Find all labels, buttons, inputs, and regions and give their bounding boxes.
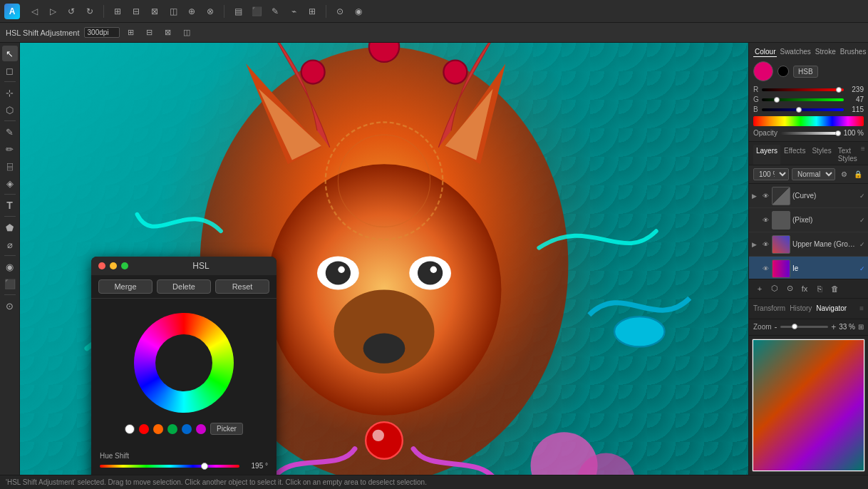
window-maximize-dot[interactable] [121, 262, 128, 269]
tool-brush[interactable]: ⌸ [2, 158, 18, 174]
tool-zoom[interactable]: ⌀ [2, 237, 18, 252]
toolbar-btn-6[interactable]: ⊗ [202, 3, 219, 20]
layer-add-btn[interactable]: + [753, 282, 766, 295]
toolbar-view-btn-3[interactable]: ✎ [267, 3, 284, 20]
color-bg-circle[interactable] [777, 66, 789, 77]
tab-stroke[interactable]: Stroke [814, 47, 837, 57]
layer-item-active[interactable]: 👁 Ie ✓ [749, 257, 868, 279]
layers-panel-menu[interactable]: ≡ [861, 145, 865, 165]
layers-opacity-select[interactable]: 100 % [753, 168, 789, 180]
color-mode-btn[interactable]: HSB [793, 66, 818, 78]
layer-fx-btn[interactable]: fx [798, 282, 811, 295]
tab-brushes[interactable]: Brushes [839, 47, 868, 57]
hue-shift-track[interactable] [100, 465, 239, 468]
toolbar-view-btn-2[interactable]: ⬛ [248, 3, 265, 20]
secondary-icon-4[interactable]: ◫ [180, 26, 194, 40]
tool-pen[interactable]: ✎ [2, 124, 18, 140]
layer-visibility[interactable]: 👁 [761, 216, 770, 225]
layer-item[interactable]: ▶ 👁 (Curve) ✓ [749, 184, 868, 208]
swatch-blue[interactable] [182, 424, 192, 434]
toolbar-view-btn-4[interactable]: ⌁ [285, 3, 302, 20]
tool-erase[interactable]: ◈ [2, 175, 18, 191]
b-track[interactable] [762, 108, 844, 111]
opacity-track[interactable] [780, 132, 841, 135]
hsl-reset-btn[interactable]: Reset [215, 279, 269, 294]
toolbar-btn-5[interactable]: ⊕ [183, 3, 200, 20]
tool-mask[interactable]: ⊙ [2, 298, 18, 314]
secondary-icon-3[interactable]: ⊠ [161, 26, 175, 40]
swatch-orange[interactable] [153, 424, 163, 434]
hsl-merge-btn[interactable]: Merge [98, 279, 153, 294]
tab-colour[interactable]: Colour [753, 47, 777, 57]
navigator-preview[interactable] [752, 339, 865, 473]
tab-swatches[interactable]: Swatches [778, 47, 812, 57]
toolbar-back-btn[interactable]: ◁ [26, 3, 43, 20]
opacity-thumb[interactable] [835, 130, 841, 136]
toolbar-right-btn-2[interactable]: ◉ [350, 3, 367, 20]
tool-node[interactable]: ◻ [2, 63, 18, 78]
swatch-green[interactable] [167, 424, 177, 434]
layer-expand[interactable]: ▶ [752, 192, 759, 200]
r-thumb[interactable] [836, 87, 842, 93]
window-close-dot[interactable] [98, 262, 105, 269]
layer-item[interactable]: 👁 (Pixel) ✓ [749, 208, 868, 232]
swatch-white[interactable] [125, 424, 135, 434]
picker-button[interactable]: Picker [210, 423, 243, 435]
toolbar-view-btn-5[interactable]: ⊞ [304, 3, 321, 20]
zoom-in-icon[interactable]: + [831, 322, 836, 332]
toolbar-undo-btn[interactable]: ↺ [63, 3, 80, 20]
tool-pencil[interactable]: ✏ [2, 141, 18, 157]
tool-type[interactable]: T [2, 197, 18, 213]
g-track[interactable] [762, 98, 844, 101]
hsl-delete-btn[interactable]: Delete [157, 279, 211, 294]
canvas-area[interactable]: HSL Merge Delete Reset Picker [20, 43, 748, 475]
zoom-out-icon[interactable]: - [775, 322, 777, 332]
toolbar-view-btn-1[interactable]: ▤ [229, 3, 247, 20]
color-wheel[interactable] [134, 313, 234, 413]
layers-blend-select[interactable]: Normal [792, 168, 835, 180]
layer-expand[interactable]: ▶ [752, 241, 759, 248]
toolbar-forward-btn[interactable]: ▷ [44, 3, 61, 20]
r-track[interactable] [762, 88, 844, 91]
tool-crop[interactable]: ⊹ [2, 85, 18, 101]
window-minimize-dot[interactable] [110, 262, 117, 269]
layer-visibility[interactable]: 👁 [761, 264, 770, 273]
navigator-tab[interactable]: Navigator [816, 304, 847, 312]
transform-panel-menu[interactable]: ≡ [859, 304, 864, 312]
history-tab[interactable]: History [790, 304, 812, 312]
tool-select[interactable]: ↖ [2, 46, 18, 61]
layers-lock-icon[interactable]: 🔒 [852, 169, 864, 180]
zoom-slider[interactable] [780, 326, 829, 328]
hue-shift-thumb[interactable] [201, 463, 208, 470]
layer-visibility[interactable]: 👁 [761, 240, 770, 249]
toolbar-btn-1[interactable]: ⊞ [109, 3, 126, 20]
zoom-fit-icon[interactable]: ⊞ [858, 323, 864, 331]
layer-group-btn[interactable]: ⬡ [768, 282, 781, 295]
layers-settings-icon[interactable]: ⚙ [838, 169, 849, 180]
tool-shape[interactable]: ⬟ [2, 220, 18, 235]
tool-gradient[interactable]: ⬛ [2, 276, 18, 292]
zoom-input[interactable] [84, 27, 120, 38]
tool-fill[interactable]: ⬡ [2, 102, 18, 118]
layers-tab-text-styles[interactable]: Text Styles [835, 145, 860, 165]
secondary-icon-1[interactable]: ⊞ [124, 26, 138, 40]
toolbar-btn-3[interactable]: ⊠ [146, 3, 163, 20]
b-thumb[interactable] [796, 107, 802, 113]
g-thumb[interactable] [774, 97, 780, 103]
color-circle[interactable] [753, 61, 773, 81]
layers-tab-styles[interactable]: Styles [809, 145, 834, 165]
layers-tab-layers[interactable]: Layers [753, 145, 780, 165]
layer-delete-btn[interactable]: 🗑 [828, 282, 841, 295]
layer-item[interactable]: ▶ 👁 Upper Mane (Group) ✓ [749, 232, 868, 257]
layer-duplicate-btn[interactable]: ⎘ [813, 282, 826, 295]
zoom-thumb[interactable] [792, 324, 797, 329]
tool-color-picker[interactable]: ◉ [2, 259, 18, 274]
swatch-purple[interactable] [196, 424, 206, 434]
swatch-red[interactable] [139, 424, 149, 434]
layer-visibility[interactable]: 👁 [761, 192, 770, 200]
toolbar-redo-btn[interactable]: ↻ [81, 3, 98, 20]
layer-mask-btn[interactable]: ⊙ [783, 282, 796, 295]
color-spectrum[interactable] [753, 116, 864, 126]
transform-tab[interactable]: Transform [753, 304, 785, 312]
secondary-icon-2[interactable]: ⊟ [143, 26, 157, 40]
